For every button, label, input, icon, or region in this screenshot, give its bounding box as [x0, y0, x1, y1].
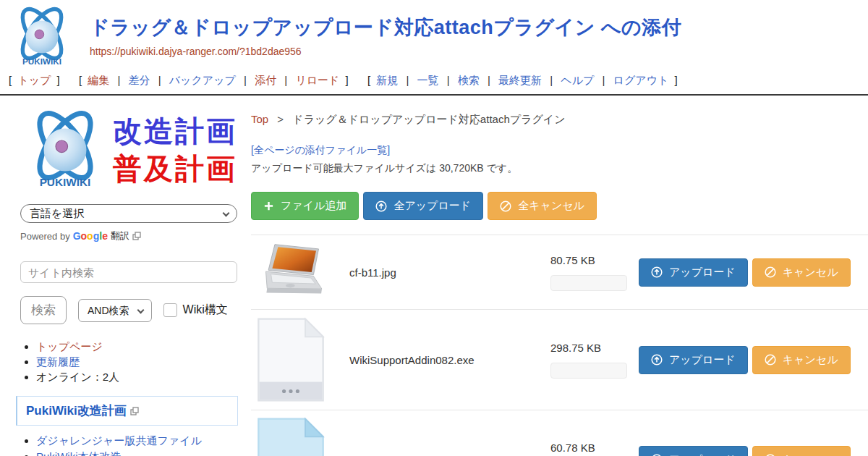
- nav-separator: |: [550, 74, 553, 86]
- sidebar: PUKIWIKI 改造計画 普及計画 言語を選択 Powered by Goog…: [0, 96, 250, 456]
- nav-separator: |: [603, 74, 605, 86]
- upload-button[interactable]: アップロード: [639, 258, 748, 287]
- upload-progress-bar: [550, 275, 627, 291]
- sidebar-site-logo[interactable]: PUKIWIKI 改造計画 普及計画: [20, 107, 238, 193]
- html-file-icon: </>: [257, 417, 325, 456]
- circled-slash-icon: [500, 200, 511, 212]
- pukiwiki-atom-logo-icon[interactable]: PUKIWIKI: [7, 4, 77, 69]
- external-link-icon: [130, 407, 139, 415]
- list-item: 更新履歴: [36, 355, 238, 369]
- pukiwiki-logo-text: PUKIWIKI: [40, 176, 91, 188]
- upload-all-button[interactable]: 全アップロード: [363, 192, 483, 220]
- language-select[interactable]: 言語を選択: [20, 204, 237, 223]
- upload-file-list: cf-b11.jpg 80.75 KB アップロード: [251, 235, 868, 456]
- circled-up-arrow-icon: [375, 200, 387, 212]
- nav-separator: |: [158, 74, 161, 86]
- nav-item-attach[interactable]: 添付: [255, 74, 276, 88]
- powered-by-label: Powered by: [20, 231, 70, 242]
- file-name: cf-b11.jpg: [349, 266, 550, 279]
- nav-separator: |: [488, 74, 490, 86]
- wiki-syntax-checkbox[interactable]: [163, 303, 177, 317]
- nav-item-list[interactable]: 一覧: [417, 74, 439, 88]
- nav-item-edit[interactable]: 編集: [88, 74, 109, 88]
- circled-slash-icon: [765, 266, 776, 278]
- bracket: ]: [57, 74, 60, 86]
- page-title: ドラッグ＆ドロップアップロード対応attachプラグイン への添付: [90, 0, 868, 41]
- search-button[interactable]: 検索: [20, 296, 67, 324]
- online-count: オンライン：2人: [36, 371, 119, 383]
- svg-text:</>: </>: [261, 451, 316, 456]
- nav-separator: |: [244, 74, 247, 86]
- sidebar-section-title-link[interactable]: PukiWiki改造計画: [26, 402, 127, 419]
- nav-separator: |: [284, 74, 287, 86]
- circled-up-arrow-icon: [651, 266, 663, 278]
- list-item: オンライン：2人: [36, 371, 238, 384]
- cancel-button[interactable]: キャンセル: [752, 346, 851, 374]
- nav-item-logout[interactable]: ログアウト: [613, 74, 669, 88]
- upload-progress-bar: [550, 363, 627, 379]
- breadcrumb-separator: >: [277, 113, 284, 125]
- nav-item-top[interactable]: トップ: [17, 74, 51, 88]
- top-navigation: [ トップ ] [ 編集 | 差分 | バックアップ | 添付 | リロード ]…: [6, 74, 868, 88]
- pukiwiki-logo-text: PUKIWIKI: [22, 56, 61, 66]
- language-select-value: 言語を選択: [30, 207, 84, 219]
- file-name: WikiSupportAddin082.exe: [349, 354, 550, 366]
- logo-slogan-line2: 普及計画: [113, 150, 237, 187]
- file-size: 60.78 KB: [550, 442, 627, 454]
- sidebar-section-header: PukiWiki改造計画: [16, 396, 238, 426]
- add-file-button[interactable]: ファイル追加: [251, 192, 359, 220]
- upload-button[interactable]: アップロード: [639, 346, 748, 374]
- nav-item-recent[interactable]: 最終更新: [498, 74, 542, 88]
- nav-separator: |: [117, 74, 120, 86]
- search-mode-select[interactable]: AND検索: [78, 299, 152, 322]
- plus-icon: [263, 200, 274, 211]
- nav-item-help[interactable]: ヘルプ: [561, 74, 594, 88]
- breadcrumb-current: ドラッグ＆ドロップアップロード対応attachプラグイン: [292, 113, 565, 125]
- file-size: 80.75 KB: [550, 254, 627, 266]
- all-pages-attach-list-link[interactable]: [全ページの添付ファイル一覧]: [251, 144, 868, 157]
- file-row: </> contents.html 60.78 KB アップロード: [251, 410, 868, 456]
- sidebar-link-common-files[interactable]: ダジャレンジャー版共通ファイル: [36, 434, 202, 447]
- chevron-down-icon: [137, 306, 144, 313]
- search-mode-value: AND検索: [88, 305, 129, 316]
- file-row: WikiSupportAddin082.exe 298.75 KB アップロード: [251, 310, 868, 410]
- list-item: ダジャレンジャー版共通ファイル: [36, 434, 238, 448]
- laptop-photo-thumbnail: [257, 242, 328, 303]
- nav-item-diff[interactable]: 差分: [129, 74, 150, 88]
- sidebar-link-core-mods[interactable]: PukiWiki本体改造: [36, 450, 122, 456]
- chevron-down-icon: [223, 210, 230, 217]
- nav-item-backup[interactable]: バックアップ: [169, 74, 236, 88]
- sidebar-link-toppage[interactable]: トップページ: [36, 340, 103, 352]
- logo-slogan-line1: 改造計画: [113, 112, 237, 150]
- file-size: 298.75 KB: [550, 342, 627, 354]
- cancel-button[interactable]: キャンセル: [752, 258, 851, 287]
- upload-button[interactable]: アップロード: [639, 446, 748, 456]
- pukiwiki-atom-logo-icon: PUKIWIKI: [20, 107, 110, 193]
- generic-file-icon: [257, 316, 325, 403]
- nav-item-new[interactable]: 新規: [376, 74, 398, 88]
- sidebar-top-links: トップページ 更新履歴 オンライン：2人: [36, 340, 238, 384]
- bracket: [: [79, 74, 82, 86]
- cancel-all-button[interactable]: 全キャンセル: [488, 192, 597, 220]
- file-row: cf-b11.jpg 80.75 KB アップロード: [251, 235, 868, 310]
- main-content: Top > ドラッグ＆ドロップアップロード対応attachプラグイン [全ページ…: [250, 96, 868, 456]
- nav-item-reload[interactable]: リロード: [295, 74, 339, 88]
- page-url-link[interactable]: https://pukiwiki.dajya-ranger.com/?1bd2d…: [90, 46, 868, 57]
- max-upload-size-text: アップロード可能最大ファイルサイズは 30,720KB です。: [251, 162, 868, 175]
- cancel-button[interactable]: キャンセル: [752, 446, 851, 456]
- bracket: [: [9, 74, 12, 86]
- bracket: ]: [346, 74, 349, 86]
- file-name: contents.html: [349, 454, 550, 456]
- circled-slash-icon: [765, 354, 776, 366]
- nav-item-search[interactable]: 検索: [458, 74, 480, 88]
- list-item: PukiWiki本体改造: [36, 450, 238, 456]
- external-link-icon: [132, 232, 141, 240]
- list-item: トップページ: [36, 340, 238, 354]
- sidebar-link-history[interactable]: 更新履歴: [36, 355, 80, 368]
- google-logo: Google: [73, 230, 108, 242]
- circled-up-arrow-icon: [651, 354, 663, 366]
- breadcrumb-home-link[interactable]: Top: [251, 113, 268, 125]
- translate-link[interactable]: 翻訳: [111, 229, 129, 242]
- bracket: ]: [675, 74, 678, 86]
- site-search-input[interactable]: [20, 261, 237, 283]
